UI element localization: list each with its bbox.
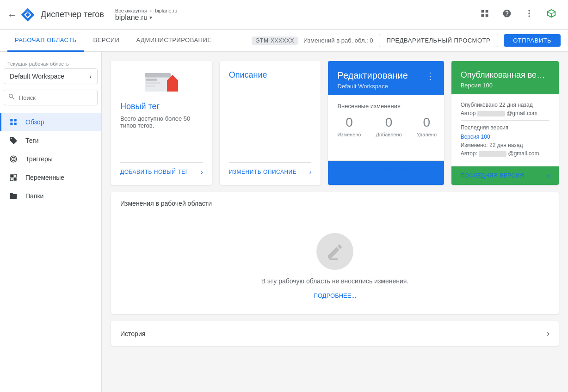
svg-point-9 (528, 12, 530, 14)
variables-icon (9, 173, 18, 182)
empty-edit-icon (316, 233, 353, 270)
sidebar-item-label-overview: Обзор (25, 118, 44, 126)
sidebar-item-overview[interactable]: Обзор (0, 113, 101, 131)
changes-count: Изменений в раб. обл.: 0 (303, 37, 373, 44)
workspace-selector[interactable]: Default Workspace › (4, 68, 98, 84)
published-ago: Опубликовано 22 дня назад (461, 102, 549, 108)
header-actions (475, 6, 561, 24)
tab-versions[interactable]: ВЕРСИИ (86, 30, 127, 52)
version-link[interactable]: Версия 100 (461, 134, 490, 140)
gtm-id-badge: GTM-XXXXXX (252, 37, 298, 45)
svg-rect-21 (14, 178, 17, 181)
search-input[interactable] (19, 94, 93, 101)
breadcrumb-area: Все аккаунты › biplane.ru biplane.ru ▾ (115, 8, 178, 22)
empty-text: В эту рабочую область не вносились измен… (261, 277, 409, 285)
changes-numbers: 0 Изменено 0 Добавлено 0 Удалено (337, 115, 434, 137)
tab-workspace[interactable]: РАБОЧАЯ ОБЛАСТЬ (7, 30, 84, 52)
version-number: Версия 100 (461, 134, 549, 140)
svg-rect-19 (14, 174, 17, 177)
new-tag-desc: Всего доступно более 50 типов тегов. (120, 115, 203, 155)
description-title: Описание (229, 70, 312, 80)
search-box (4, 90, 98, 105)
breadcrumb-separator: › (150, 8, 152, 13)
tag-icon-area (120, 70, 203, 98)
published-card-body: Опубликовано 22 дня назад Автор @gmail.c… (451, 94, 559, 166)
gtm-status-button[interactable] (542, 6, 561, 24)
editing-title: Редактирование (337, 70, 407, 81)
sidebar: Текущая рабочая область Default Workspac… (0, 52, 102, 392)
published-arrow-icon: › (547, 172, 549, 179)
gtm-logo (20, 7, 35, 22)
added-item: 0 Добавлено (376, 115, 401, 137)
editing-more-icon[interactable]: ⋮ (426, 70, 435, 81)
new-tag-title: Новый тег (120, 102, 203, 111)
account-dropdown-arrow: ▾ (149, 14, 152, 21)
empty-state: В эту рабочую область не вносились измен… (111, 214, 559, 314)
svg-rect-13 (10, 123, 12, 125)
svg-rect-12 (14, 119, 17, 121)
sidebar-item-label-tags: Теги (25, 137, 38, 144)
history-chevron-icon: › (547, 329, 549, 338)
account-link[interactable]: biplane.ru (155, 8, 177, 13)
published-card-footer: ПОСЛЕДНЯЯ ВЕРСИЯ › (451, 166, 559, 185)
changes-label: Внесенные изменения (337, 103, 434, 110)
edit-description-link[interactable]: ИЗМЕНИТЬ ОПИСАНИЕ (229, 169, 297, 175)
desc-arrow-icon: › (309, 168, 312, 176)
back-button[interactable]: ← (7, 10, 17, 19)
search-icon (8, 93, 15, 102)
new-tag-action-row: ДОБАВИТЬ НОВЫЙ ТЕГ › (120, 162, 203, 176)
last-version-label: Последняя версия (461, 124, 549, 131)
svg-rect-26 (146, 85, 155, 86)
add-new-tag-link[interactable]: ДОБАВИТЬ НОВЫЙ ТЕГ (120, 169, 189, 175)
changed-label: Изменено (337, 132, 361, 137)
new-tag-card: Новый тег Всего доступно более 50 типов … (111, 61, 212, 185)
cards-row: Новый тег Всего доступно более 50 типов … (111, 61, 559, 185)
main-layout: Текущая рабочая область Default Workspac… (0, 52, 568, 392)
help-icon (502, 9, 512, 20)
published-author-2: Автор: @gmail.com (461, 150, 549, 157)
description-action-row: ИЗМЕНИТЬ ОПИСАНИЕ › (229, 162, 312, 176)
sidebar-item-triggers[interactable]: Триггеры (0, 150, 101, 168)
sidebar-item-label-variables: Переменные (25, 174, 64, 181)
published-version-section: Последняя версия Версия 100 Изменено: 22… (461, 124, 549, 157)
svg-rect-5 (486, 10, 488, 13)
added-count: 0 (385, 115, 393, 130)
description-card: Описание ИЗМЕНИТЬ ОПИСАНИЕ › (220, 61, 321, 185)
history-title: История (120, 330, 145, 337)
help-icon-button[interactable] (498, 6, 516, 24)
workspace-name: Default Workspace (10, 73, 64, 80)
history-header[interactable]: История › (111, 321, 559, 346)
more-icon-button[interactable] (520, 6, 538, 24)
editing-card: Редактирование Default Workspace ⋮ Внесе… (328, 61, 444, 185)
published-card-header: Опубликованная верс... Версия 100 (451, 61, 559, 94)
submit-button[interactable]: ОТПРАВИТЬ (504, 34, 561, 47)
sidebar-nav: Обзор Теги Триггеры Переменные (0, 113, 101, 205)
grid-icon-button[interactable] (475, 6, 494, 24)
history-section: История › (111, 321, 559, 346)
sidebar-item-label-triggers: Триггеры (25, 155, 53, 163)
gtm-status-icon (546, 8, 556, 21)
overview-icon (9, 117, 18, 127)
more-vert-icon (525, 9, 534, 20)
deleted-item: 0 Удалено (417, 115, 437, 137)
workspace-arrow-icon: › (89, 73, 92, 80)
sidebar-item-label-folders: Папки (25, 192, 43, 200)
editing-subtitle: Default Workspace (337, 83, 407, 90)
preview-button[interactable]: ПРЕДВАРИТЕЛЬНЫЙ ПРОСМОТР (379, 34, 499, 47)
tab-admin[interactable]: АДМИНИСТРИРОВАНИЕ (129, 30, 219, 52)
changed-date: Изменено: 22 дня назад (461, 142, 549, 148)
added-label: Добавлено (376, 132, 401, 137)
sidebar-item-folders[interactable]: Папки (0, 187, 101, 205)
svg-rect-25 (146, 82, 161, 84)
svg-rect-11 (10, 119, 12, 121)
all-accounts-link[interactable]: Все аккаунты (115, 8, 147, 13)
editing-card-body: Внесенные изменения 0 Изменено 0 Добавле… (328, 95, 444, 160)
last-version-link[interactable]: ПОСЛЕДНЯЯ ВЕРСИЯ (461, 172, 524, 179)
content-area: Новый тег Всего доступно более 50 типов … (102, 52, 568, 392)
workspace-label: Текущая рабочая область (0, 57, 101, 68)
sidebar-item-tags[interactable]: Теги (0, 131, 101, 150)
manage-workspaces-link[interactable]: УПРАВЛЕНИЕ РАБОЧИМИ ОБЛАСТЯМИ (337, 166, 432, 179)
more-link[interactable]: ПОДРОБНЕЕ... (314, 292, 357, 299)
current-account-selector[interactable]: biplane.ru ▾ (115, 13, 178, 22)
sidebar-item-variables[interactable]: Переменные (0, 168, 101, 187)
